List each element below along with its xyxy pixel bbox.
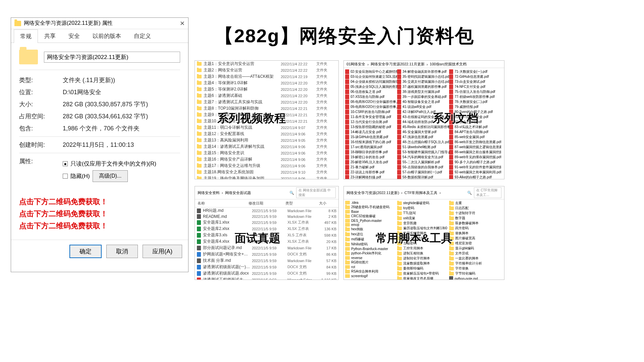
list-item[interactable]: 84-APT攻击与防御.pdf [449,130,501,134]
list-item[interactable]: 词频-替换音频法 [397,236,449,241]
list-item[interactable]: 71-大数据安全(一).pdf [449,69,501,74]
list-item[interactable]: 77-初级web攻防那些事.pdf [449,95,501,99]
tab-custom[interactable]: 自定义 [127,29,157,43]
list-item[interactable]: toy密码 [397,206,449,210]
list-item[interactable]: 83-vi实战之术详解.pdf [449,125,501,129]
list-item[interactable]: 07-XSS攻击与防御.pdf [345,95,397,99]
apply-button[interactable]: 应用(A) [143,245,182,258]
list-item[interactable]: 字符替换 [449,266,501,271]
list-item[interactable]: 主题5：等保测评2.0详解2022/11/4 22:20文件夹 [195,86,338,93]
list-item[interactable]: 74-NFC支付安全.pdf [449,84,501,89]
list-item[interactable]: 47-浅谈信息泄露.pdf [397,135,449,139]
list-item[interactable]: 安全题库3.xls2022/11/5 9:59XLS 工作表598 KB [195,232,338,238]
list-item[interactable]: 主题14：渗透测试工具讲解与实战2022/11/4 9:06文件夹 [195,143,338,150]
list-item[interactable]: 93-Alke的白帽子之路.pdf [449,175,501,179]
readonly-checkbox[interactable]: ■ [63,161,68,166]
script-grid[interactable]: .idea26键盘密码-手机键盘密码BaseCRC32校验爆破DES_Pytho… [344,199,504,280]
list-item[interactable]: TTL隐写 [397,211,449,216]
list-item[interactable]: 91-web常见的软件套件漏洞挖掘.pdf [449,165,501,170]
list-item[interactable]: 维尼亚加密 [449,241,501,246]
advanced-button[interactable]: 高级(D)... [93,170,128,182]
tab-share[interactable]: 共享 [38,29,62,43]
list-item[interactable]: 遍历读取压缩包文件判断1和0 [397,226,449,231]
list-item[interactable]: 日志匹配 [449,206,501,210]
list-item[interactable]: 19-解密口令的攻击.pdf [345,155,397,160]
list-item[interactable]: python-note.md [449,276,501,280]
list-item[interactable]: 26键盘密码-手机键盘密码 [345,205,397,209]
list-item[interactable]: 主题17：网络安全之运维与升级2022/11/4 9:06文件夹 [195,163,338,169]
list-item[interactable]: 进制互相转换 [397,251,449,256]
pdf-breadcrumb[interactable]: 01网络安全 › 网络安全学习资源2022.11月更新 › 100份src挖掘技… [344,61,504,68]
list-item[interactable]: 39-一步跟踪拳的安全基础.pdf [397,95,449,99]
list-item[interactable]: 37-越权漏洞泄露的那些事.pdf [397,84,449,89]
list-item[interactable]: 渗透测试初级面试题.docx2022/11/5 9:59DOCX 文档99 KB [195,270,338,277]
list-item[interactable]: 进制转化字符脚本 [397,256,449,261]
list-item[interactable]: 11-条件竞争安全管理篇.pdf [345,115,397,119]
list-item[interactable]: 曼彻斯特编码 [397,266,449,271]
list-item[interactable]: Base [345,210,397,214]
list-item[interactable]: 主题4：等保测评1.0详解2022/11/4 22:20文件夹 [195,80,338,86]
list-item[interactable]: 17-src通用的漏洞.pdf [345,145,397,149]
list-item[interactable]: 主题13：高风险漏洞利用2022/11/4 9:05文件夹 [195,137,338,143]
list-item[interactable]: 73-白盒安全测试.pdf [449,79,501,84]
list-item[interactable]: 渗透测试工程师面试大全.pdf2022/11/5 9:59Microsoft E… [195,277,338,280]
list-item[interactable]: 05-浅谈企业SQL注入漏洞的危害与防御.pdf [345,84,397,89]
list-item[interactable]: 02-安全应急响应中心之威胁情报探索.pdf [345,69,397,74]
list-item[interactable]: 数字题 [449,216,501,221]
list-item[interactable]: 一盅比赛的脚本 [449,256,501,261]
list-item[interactable]: 44-域名劫持攻防.pdf [397,120,449,124]
list-item[interactable]: 护网面试题+网络安全+DD安全工程师笔试问...2022/11/5 9:59DO… [195,251,338,257]
list-item[interactable]: 87-web漏洞挖掘之逻辑信息泄露.pdf [449,145,501,149]
list-item[interactable]: 当铺密码 [397,241,449,246]
list-item[interactable]: 主题1：安全意识与安全运营2022/11/4 22:22文件夹 [195,61,338,67]
list-item[interactable]: 78-大数据安全(二).pdf [449,100,501,104]
list-item[interactable]: steghide爆破密码 [397,201,449,205]
list-item[interactable]: 主题8：TOP10漏洞详解和防御2022/11/4 22:21文件夹 [195,105,338,112]
list-item[interactable]: HR问题.md2022/11/5 9:59Markdown File8 KB [195,207,338,214]
list-item[interactable]: DES_Python-master [345,219,397,223]
list-item[interactable]: RGB转图片 [345,260,397,265]
list-item[interactable]: 主题12：安全配置基线2022/11/4 9:06文件夹 [195,131,338,137]
list-item[interactable]: 80-Sven的白帽子之路.pdf [449,110,501,114]
list-item[interactable]: 03-论企业如何快速建立SDL流程.pdf [345,74,397,79]
list-item[interactable]: 13-报告那些隐藏的秘密.pdf [345,125,397,129]
list-item[interactable]: Nihilist密码 [345,242,397,247]
list-item[interactable]: 54-汽车的网络安全方法.pdf [397,155,449,160]
list-item[interactable]: 十进制转字符 [449,211,501,216]
list-item[interactable]: 89-web常见的缓存漏洞挖掘.pdf [449,155,501,160]
list-item[interactable]: 四方密码 [449,226,501,231]
list-item[interactable]: 主题19：路由交换及网络设备加固2022/11/4 9:06文件夹 [195,175,338,179]
list-item[interactable]: 36-交易支付逻辑漏洞小总结.pdf [397,79,449,84]
list-item[interactable]: 去重 [449,201,501,205]
list-item[interactable]: 16-情报来源线下的心路.pdf [345,140,397,144]
list-item[interactable]: 15-谈GitHub信息泄露.pdf [345,135,397,139]
list-item[interactable]: 工控常用脚本 [397,246,449,251]
list-item[interactable]: 45-Redis 未授权访问漏洞那些事.pdf [397,125,449,129]
list-item[interactable]: 21-暴力破解.pdf [345,165,397,170]
list-item[interactable]: 18-聊聊目录的那些事.pdf [345,150,397,155]
list-item[interactable]: 主题6：渗透测试基础2022/11/4 22:20文件夹 [195,93,338,99]
list-item[interactable]: 文件异或 [449,251,501,256]
list-item[interactable]: 55-二次注入漏洞解析.pdf [397,160,449,165]
list-item[interactable]: 34-解密金融反欺诈那些事.pdf [397,69,449,74]
topic-list[interactable]: 主题1：安全意识与安全运营2022/11/4 22:22文件夹主题2：网络安全运… [195,61,338,179]
list-item[interactable]: 42-详解XPath注入.pdf [397,110,449,114]
list-item[interactable]: 主题18.网络安全之系统加固2022/11/4 9:10文件夹 [195,169,338,175]
list-item[interactable]: 04-企业级未授权访问漏洞防御实践.pdf [345,79,397,84]
list-item[interactable]: screentogif [345,274,397,278]
list-item[interactable]: 20-解密XML注入攻击.pdf [345,160,397,165]
list-item[interactable]: 图片爆破宽高 [449,236,501,241]
list-item[interactable]: usb流量 [397,216,449,221]
list-item[interactable]: 主题9：网络安全之资产探...2022/11/4 22:21文件夹 [195,112,338,118]
tab-security[interactable]: 安全 [62,29,86,43]
tab-general[interactable]: 常规 [14,29,38,43]
list-item[interactable]: 81-APT层面的安全.pdf [449,115,501,119]
list-item[interactable]: 部分面试问题记录.md2022/11/5 9:59Markdown File17… [195,245,338,251]
list-item[interactable]: 技术面 分享.md2022/11/5 9:59Markdown File57 K… [195,257,338,264]
list-item[interactable]: 常用反解密脚本 [397,231,449,236]
list-item[interactable]: md5爆破 [345,237,397,242]
list-item[interactable]: 批量修改文件名后缀 [397,276,449,280]
list-item[interactable]: 安全题库2.xlsx2022/11/5 9:59XLSX 工作表136 KB [195,226,338,232]
list-item[interactable]: 38-游戏类型支付漏洞.pdf [397,89,449,94]
file-list[interactable]: HR问题.md2022/11/5 9:59Markdown File8 KBRE… [195,207,338,280]
